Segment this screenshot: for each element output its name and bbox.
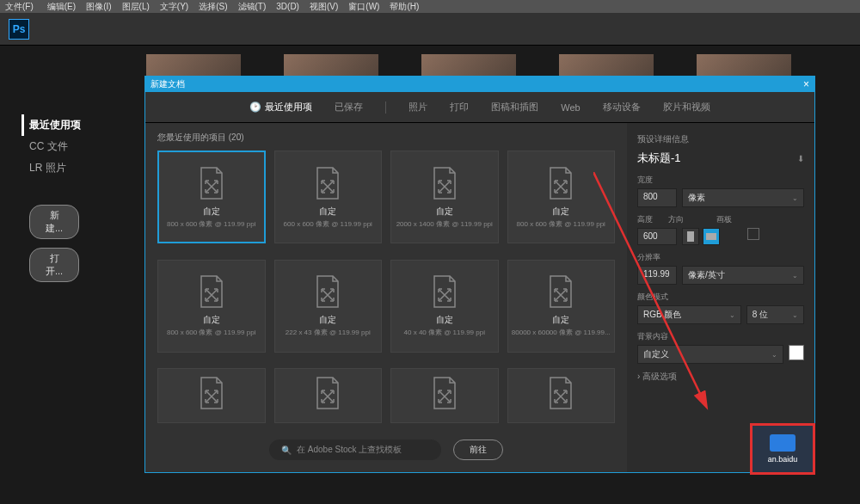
width-input[interactable]: 800 [637,188,677,207]
tab-art[interactable]: 图稿和插图 [491,101,538,114]
bit-depth-dropdown[interactable]: 8 位⌄ [746,305,804,324]
preset-detail: 2000 x 1400 像素 @ 119.99 ppi [396,219,493,229]
preset-detail: 600 x 600 像素 @ 119.99 ppi [284,219,372,229]
clock-icon: 🕑 [249,101,261,113]
open-button[interactable]: 打开... [29,248,79,282]
preset-name: 自定 [203,314,220,326]
background-label: 背景内容 [637,331,804,342]
menu-view[interactable]: 视图(V) [310,1,338,13]
menubar: 文件(F) 编辑(E) 图像(I) 图层(L) 文字(Y) 选择(S) 滤镜(T… [0,0,860,13]
document-icon [431,376,458,410]
watermark-text: an.baidu [768,455,798,464]
preset-card[interactable]: 自定 800 x 600 像素 @ 119.99 ppi [157,151,266,243]
menu-image[interactable]: 图像(I) [86,1,111,13]
preset-card[interactable] [157,368,266,423]
height-input[interactable]: 600 [637,228,677,245]
preset-card[interactable]: 自定 40 x 40 像素 @ 119.99 ppi [390,260,499,353]
menu-select[interactable]: 选择(S) [199,1,227,13]
document-icon [547,376,574,410]
menu-filter[interactable]: 滤镜(T) [238,1,267,13]
tab-mobile[interactable]: 移动设备 [603,101,641,114]
home-sidebar: 最近使用项 CC 文件 LR 照片 新建... 打开... [0,46,138,504]
watermark-logo-icon [770,434,796,452]
color-mode-label: 颜色模式 [637,292,804,303]
preset-card[interactable] [274,368,383,423]
preset-card[interactable]: 自定 2000 x 1400 像素 @ 119.99 ppi [390,151,499,243]
stock-search-input[interactable]: 🔍 在 Adobe Stock 上查找模板 [269,439,441,460]
preset-name: 自定 [203,206,220,218]
preset-detail: 40 x 40 像素 @ 119.99 ppi [404,328,485,337]
presets-panel: 您最近使用的项目 (20) 自定 800 x 600 像素 @ 119.99 p… [145,123,627,472]
advanced-options-toggle[interactable]: › 高级选项 [637,371,804,383]
sidebar-item-lr-photos[interactable]: LR 照片 [29,157,138,179]
tab-print[interactable]: 打印 [450,101,469,114]
sidebar-item-cc-files[interactable]: CC 文件 [29,136,138,157]
preset-card[interactable] [390,368,499,423]
preset-name: 自定 [319,206,336,218]
tab-web[interactable]: Web [561,102,580,113]
annotation-highlight-box: an.baidu [750,423,815,475]
document-icon [314,166,341,200]
ps-logo-icon: Ps [9,19,29,40]
preset-detail: 800 x 600 像素 @ 119.99 ppi [167,328,255,337]
document-icon [547,274,574,309]
save-preset-icon[interactable]: ⬇ [797,154,804,163]
preset-name: 自定 [319,314,336,326]
details-header: 预设详细信息 [637,133,804,145]
menu-3d[interactable]: 3D(D) [276,2,299,11]
preset-details-panel: 预设详细信息 未标题-1 ⬇ 宽度 800 像素⌄ 高度 方向 画板 [627,123,814,472]
preset-detail: 222 x 43 像素 @ 119.99 ppi [286,328,371,337]
document-icon [314,376,341,410]
preset-name: 自定 [552,206,569,218]
toolbar: Ps [0,13,860,46]
preset-card[interactable]: 自定 600 x 600 像素 @ 119.99 ppi [274,151,383,243]
menu-window[interactable]: 窗口(W) [348,1,379,13]
artboard-checkbox[interactable] [747,228,759,240]
menu-file[interactable]: 文件(F) [5,1,34,13]
new-button[interactable]: 新建... [29,205,79,239]
search-icon: 🔍 [281,446,292,455]
doc-title-input[interactable]: 未标题-1 [637,151,681,166]
sidebar-item-recent[interactable]: 最近使用项 [22,114,138,136]
preset-name: 自定 [552,314,569,326]
artboard-label: 画板 [716,214,732,225]
document-icon [198,376,225,410]
tab-film[interactable]: 胶片和视频 [663,101,710,114]
resolution-unit-dropdown[interactable]: 像素/英寸⌄ [682,266,804,285]
go-button[interactable]: 前往 [453,439,503,460]
resolution-input[interactable]: 119.99 [637,266,677,285]
preset-card[interactable]: 自定 222 x 43 像素 @ 119.99 ppi [274,260,383,353]
width-label: 宽度 [637,175,804,186]
dialog-titlebar: 新建文档 × [145,77,814,92]
orientation-label: 方向 [668,214,684,225]
document-icon [431,274,458,309]
document-icon [198,274,225,309]
background-dropdown[interactable]: 自定义⌄ [637,345,783,364]
preset-card[interactable]: 自定 800 x 600 像素 @ 119.99 ppi [507,151,616,243]
color-mode-dropdown[interactable]: RGB 颜色⌄ [637,305,741,324]
preset-name: 自定 [436,314,453,326]
preset-card[interactable]: 自定 800 x 600 像素 @ 119.99 ppi [157,260,266,353]
preset-card[interactable]: 自定 80000 x 60000 像素 @ 119.99... [507,260,616,353]
preset-detail: 800 x 600 像素 @ 119.99 ppi [517,219,605,229]
new-document-dialog: 新建文档 × 🕑 最近使用项 已保存 照片 打印 图稿和插图 Web 移动设备 … [144,76,815,473]
tab-photo[interactable]: 照片 [408,101,427,114]
menu-edit[interactable]: 编辑(E) [47,1,76,13]
preset-card[interactable] [507,368,616,423]
tab-saved[interactable]: 已保存 [335,101,363,114]
dialog-tabs: 🕑 最近使用项 已保存 照片 打印 图稿和插图 Web 移动设备 胶片和视频 [145,92,814,123]
presets-header: 您最近使用的项目 (20) [157,132,615,144]
menu-text[interactable]: 文字(Y) [160,1,188,13]
orientation-portrait-button[interactable] [682,228,699,245]
resolution-label: 分辨率 [637,252,804,263]
background-color-swatch[interactable] [789,345,804,360]
document-icon [314,274,341,309]
orientation-landscape-button[interactable] [703,228,720,245]
close-icon[interactable]: × [803,78,809,90]
menu-help[interactable]: 帮助(H) [390,1,419,13]
preset-detail: 800 x 600 像素 @ 119.99 ppi [167,219,255,229]
tab-recent[interactable]: 🕑 最近使用项 [249,101,312,114]
document-icon [431,166,458,200]
width-unit-dropdown[interactable]: 像素⌄ [682,188,804,207]
menu-layer[interactable]: 图层(L) [122,1,150,13]
